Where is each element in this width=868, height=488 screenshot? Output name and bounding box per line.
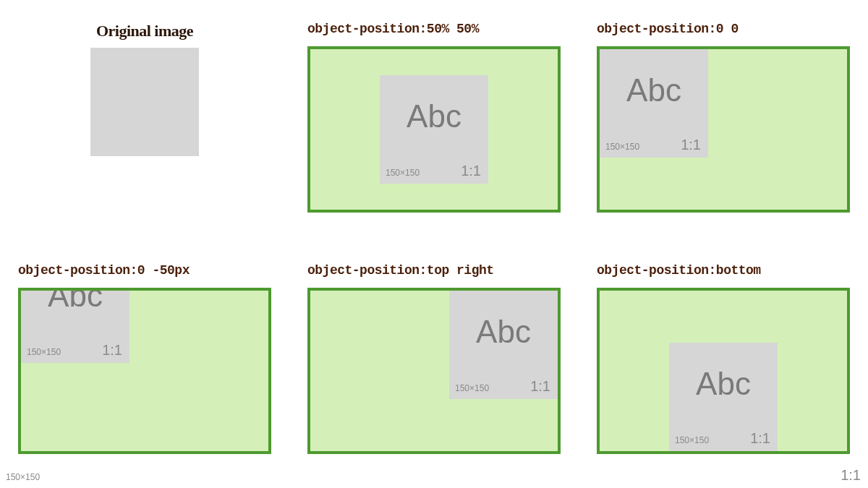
placeholder-ratio: 1:1 — [102, 342, 122, 359]
example-label: object-position:top right — [307, 263, 561, 278]
example-label: object-position:0 0 — [597, 22, 850, 36]
placeholder-dimensions: 150×150 — [605, 142, 639, 152]
example-cell: object-position:0 0Abc150×1501:1 — [597, 22, 850, 213]
placeholder-text: Abc — [626, 72, 681, 108]
placeholder-dimensions: 150×150 — [27, 347, 61, 357]
placeholder-image: Abc150×1501:1 — [449, 291, 558, 399]
example-cell: object-position:50% 50%Abc150×1501:1 — [307, 22, 561, 213]
positioned-frame: Abc150×1501:1 — [18, 288, 271, 454]
positioned-frame: Abc150×1501:1 — [307, 46, 561, 213]
example-label: object-position:0 -50px — [18, 263, 271, 278]
placeholder-image: Abc150×1501:1 — [669, 343, 778, 451]
positioned-frame: Abc150×1501:1 — [597, 288, 850, 454]
placeholder-dimensions: 150×150 — [6, 472, 40, 476]
placeholder-dimensions: 150×150 — [675, 435, 709, 445]
placeholder-text: Abc — [696, 366, 751, 402]
positioned-frame: Abc150×1501:1 — [597, 46, 850, 213]
placeholder-text: Abc — [407, 98, 461, 134]
placeholder-ratio: 1:1 — [461, 163, 481, 179]
placeholder-text: Abc — [476, 314, 531, 350]
example-cell: object-position:bottomAbc150×1501:1 — [597, 263, 850, 454]
example-cell: object-position:0 -50pxAbc150×1501:1 — [18, 263, 271, 454]
placeholder-image: Abc150×1501:1 — [21, 288, 129, 363]
example-cell: object-position:top rightAbc150×1501:1 — [307, 263, 561, 454]
example-label: Original image — [96, 22, 193, 40]
placeholder-image: Abc150×1501:1 — [600, 49, 708, 158]
examples-grid: Original imageAbc150×1501:1object-positi… — [18, 22, 850, 454]
example-label: object-position:50% 50% — [307, 22, 561, 36]
placeholder-image: Abc150×1501:1 — [90, 48, 199, 156]
positioned-frame: Abc150×1501:1 — [307, 288, 561, 454]
placeholder-dimensions: 150×150 — [455, 383, 489, 393]
placeholder-dimensions: 150×150 — [386, 168, 420, 178]
placeholder-ratio: 1:1 — [681, 137, 701, 153]
placeholder-ratio: 1:1 — [841, 467, 861, 476]
placeholder-ratio: 1:1 — [750, 430, 770, 447]
placeholder-ratio: 1:1 — [530, 378, 550, 395]
example-label: object-position:bottom — [597, 263, 850, 278]
placeholder-image: Abc150×1501:1 — [380, 75, 488, 184]
placeholder-text: Abc — [48, 288, 103, 314]
example-cell: Original imageAbc150×1501:1 — [18, 22, 271, 213]
